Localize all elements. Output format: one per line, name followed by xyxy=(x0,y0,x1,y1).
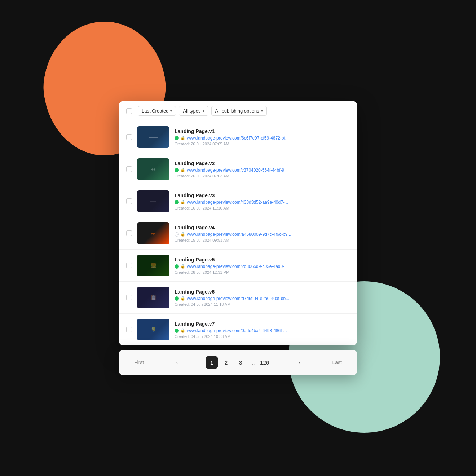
list-item: Landing Page.v5 🔒 www.landpage-preview.c… xyxy=(119,250,357,282)
first-page-button[interactable]: First xyxy=(130,357,148,367)
page-3-button[interactable]: 3 xyxy=(234,356,247,369)
item-thumbnail-1 xyxy=(137,126,169,148)
item-checkbox-6[interactable] xyxy=(126,295,132,300)
item-thumbnail-4 xyxy=(137,222,169,244)
status-dot-6 xyxy=(175,296,179,301)
item-thumbnail-2 xyxy=(137,158,169,180)
item-info-4: Landing Page.v4 🔒 www.landpage-preview.c… xyxy=(175,225,350,242)
item-url-1[interactable]: www.landpage-preview.com/6c6f7e97-cf59-4… xyxy=(187,136,289,141)
status-dot-2 xyxy=(175,168,179,172)
item-date-4: Created: 15 Jul 2024 09:53 AM xyxy=(175,238,350,242)
item-info-6: Landing Page.v6 🔒 www.landpage-preview.c… xyxy=(175,289,350,307)
item-url-row-2: 🔒 www.landpage-preview.com/c3704020-564f… xyxy=(175,168,350,173)
item-title-7: Landing Page.v7 xyxy=(175,321,350,327)
item-title-1: Landing Page.v1 xyxy=(175,128,350,134)
item-url-row-3: 🔒 www.landpage-preview.com/438d3d52-aa9a… xyxy=(175,200,350,205)
status-dot-7 xyxy=(175,329,179,333)
item-date-2: Created: 26 Jul 2024 07:03 AM xyxy=(175,174,350,178)
list-item: Landing Page.v7 🔒 www.landpage-preview.c… xyxy=(119,314,357,345)
publish-filter-button[interactable]: All publishing options ▾ xyxy=(211,106,267,116)
item-title-6: Landing Page.v6 xyxy=(175,289,350,295)
page-numbers: 1 2 3 ... 126 xyxy=(206,356,271,369)
list-item: Landing Page.v4 🔒 www.landpage-preview.c… xyxy=(119,217,357,250)
item-date-5: Created: 08 Jul 2024 12:31 PM xyxy=(175,270,350,274)
item-url-3[interactable]: www.landpage-preview.com/438d3d52-aa9a-4… xyxy=(187,200,288,205)
item-info-1: Landing Page.v1 🔒 www.landpage-preview.c… xyxy=(175,128,350,146)
item-url-7[interactable]: www.landpage-preview.com/0ade4ba4-6493-4… xyxy=(187,328,287,333)
item-info-3: Landing Page.v3 🔒 www.landpage-preview.c… xyxy=(175,193,350,210)
item-url-row-5: 🔒 www.landpage-preview.com/2d3065d9-c03e… xyxy=(175,264,350,269)
item-title-2: Landing Page.v2 xyxy=(175,160,350,166)
item-date-7: Created: 04 Jun 2024 10:33 AM xyxy=(175,334,350,339)
list-item: Landing Page.v1 🔒 www.landpage-preview.c… xyxy=(119,121,357,153)
item-thumbnail-7 xyxy=(137,319,169,340)
list-item: Landing Page.v6 🔒 www.landpage-preview.c… xyxy=(119,282,357,314)
page-2-button[interactable]: 2 xyxy=(220,356,232,369)
lock-icon-7: 🔒 xyxy=(180,328,185,333)
item-thumbnail-3 xyxy=(137,190,169,212)
item-checkbox-2[interactable] xyxy=(126,166,132,172)
lock-icon-2: 🔒 xyxy=(180,168,185,172)
status-dot-4 xyxy=(175,232,179,237)
item-info-2: Landing Page.v2 🔒 www.landpage-preview.c… xyxy=(175,160,350,178)
publish-filter-label: All publishing options xyxy=(215,108,259,114)
page-126-button[interactable]: 126 xyxy=(259,356,271,369)
list-item: Landing Page.v2 🔒 www.landpage-preview.c… xyxy=(119,153,357,185)
item-title-3: Landing Page.v3 xyxy=(175,193,350,198)
page-1-button[interactable]: 1 xyxy=(206,356,218,369)
item-url-row-1: 🔒 www.landpage-preview.com/6c6f7e97-cf59… xyxy=(175,136,350,141)
lock-icon-6: 🔒 xyxy=(180,296,185,301)
sort-filter-label: Last Created xyxy=(142,108,168,114)
last-page-button[interactable]: Last xyxy=(328,357,346,367)
sort-filter-button[interactable]: Last Created ▾ xyxy=(138,106,176,116)
page-wrapper: Last Created ▾ All types ▾ All publishin… xyxy=(119,101,357,375)
item-checkbox-4[interactable] xyxy=(126,230,132,236)
item-title-5: Landing Page.v5 xyxy=(175,257,350,263)
type-filter-button[interactable]: All types ▾ xyxy=(179,106,208,116)
type-filter-label: All types xyxy=(183,108,200,114)
item-url-5[interactable]: www.landpage-preview.com/2d3065d9-c03e-4… xyxy=(187,264,288,269)
landing-pages-list: Landing Page.v1 🔒 www.landpage-preview.c… xyxy=(119,121,357,345)
select-all-checkbox[interactable] xyxy=(126,108,132,114)
item-url-2[interactable]: www.landpage-preview.com/c3704020-564f-4… xyxy=(187,168,288,173)
item-date-6: Created: 04 Jun 2024 11:18 AM xyxy=(175,302,350,307)
item-thumbnail-6 xyxy=(137,287,169,308)
sort-chevron-icon: ▾ xyxy=(170,109,172,113)
item-checkbox-3[interactable] xyxy=(126,198,132,204)
filter-bar: Last Created ▾ All types ▾ All publishin… xyxy=(119,101,357,121)
item-title-4: Landing Page.v4 xyxy=(175,225,350,230)
status-dot-1 xyxy=(175,136,179,140)
item-thumbnail-5 xyxy=(137,255,169,276)
item-info-5: Landing Page.v5 🔒 www.landpage-preview.c… xyxy=(175,257,350,274)
prev-page-button[interactable]: ‹ xyxy=(173,358,180,367)
item-url-row-6: 🔒 www.landpage-preview.com/d7d6f1f4-e2a0… xyxy=(175,296,350,301)
item-url-6[interactable]: www.landpage-preview.com/d7d6f1f4-e2a0-4… xyxy=(187,296,289,301)
item-info-7: Landing Page.v7 🔒 www.landpage-preview.c… xyxy=(175,321,350,339)
item-checkbox-7[interactable] xyxy=(126,327,132,332)
item-url-row-4: 🔒 www.landpage-preview.com/a4680009-9d7c… xyxy=(175,232,350,237)
status-dot-3 xyxy=(175,200,179,204)
status-dot-5 xyxy=(175,264,179,269)
item-url-4[interactable]: www.landpage-preview.com/a4680009-9d7c-4… xyxy=(187,232,291,237)
list-item: Landing Page.v3 🔒 www.landpage-preview.c… xyxy=(119,185,357,217)
item-date-3: Created: 16 Jul 2024 11:10 AM xyxy=(175,206,350,210)
next-page-button[interactable]: › xyxy=(296,358,303,367)
item-url-row-7: 🔒 www.landpage-preview.com/0ade4ba4-6493… xyxy=(175,328,350,333)
type-chevron-icon: ▾ xyxy=(203,109,204,113)
publish-chevron-icon: ▾ xyxy=(261,109,263,113)
lock-icon-4: 🔒 xyxy=(180,232,185,237)
lock-icon-1: 🔒 xyxy=(180,136,185,140)
item-checkbox-5[interactable] xyxy=(126,263,132,268)
pagination-card: First ‹ 1 2 3 ... 126 › Last xyxy=(119,350,357,375)
main-card: Last Created ▾ All types ▾ All publishin… xyxy=(119,101,357,345)
page-ellipsis: ... xyxy=(249,360,256,366)
lock-icon-3: 🔒 xyxy=(180,200,185,204)
lock-icon-5: 🔒 xyxy=(180,264,185,269)
item-checkbox-1[interactable] xyxy=(126,134,132,140)
item-date-1: Created: 26 Jul 2024 07:05 AM xyxy=(175,142,350,146)
